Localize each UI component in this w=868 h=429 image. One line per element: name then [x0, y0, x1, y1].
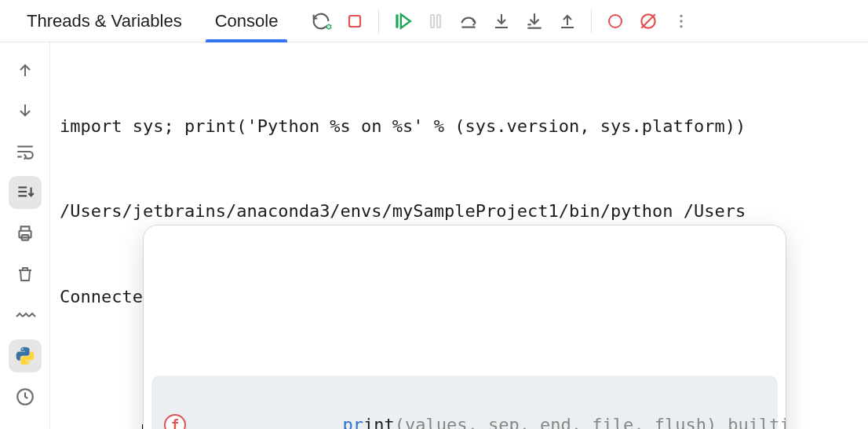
scroll-up-icon[interactable]: [9, 53, 42, 86]
soft-wrap-icon[interactable]: [9, 135, 42, 168]
mute-breakpoints-icon[interactable]: [634, 7, 662, 35]
new-watch-icon[interactable]: [9, 299, 42, 332]
console-output[interactable]: import sys; print('Python %s on %s' % (s…: [50, 42, 868, 429]
rerun-icon[interactable]: [308, 7, 336, 35]
autocomplete-list: f print(values, sep, end, file, flush) b…: [144, 283, 786, 429]
completion-source: builtins: [728, 411, 786, 429]
view-breakpoints-icon[interactable]: [601, 7, 629, 35]
completion-text: print(values, sep, end, file, flush): [197, 382, 717, 429]
console-side-rail: [0, 42, 50, 429]
svg-rect-4: [437, 15, 440, 28]
scroll-down-icon[interactable]: [9, 94, 42, 127]
svg-rect-3: [431, 15, 434, 28]
function-badge-icon: f: [164, 414, 186, 429]
scroll-to-end-icon[interactable]: [9, 176, 42, 209]
svg-rect-1: [349, 16, 360, 27]
svg-point-10: [609, 15, 622, 28]
step-into-icon[interactable]: [487, 7, 516, 35]
step-over-icon[interactable]: [454, 7, 483, 35]
tab-threads-variables[interactable]: Threads & Variables: [13, 0, 196, 42]
console-line: import sys; print('Python %s on %s' % (s…: [60, 112, 860, 141]
svg-point-14: [680, 20, 683, 22]
svg-rect-2: [396, 14, 399, 28]
tab-console[interactable]: Console: [201, 0, 293, 42]
clear-all-icon[interactable]: [9, 258, 42, 291]
prompt-typed-text: pr: [122, 421, 143, 429]
python-console-icon[interactable]: [9, 339, 42, 372]
step-into-my-code-icon[interactable]: [520, 7, 549, 35]
more-actions-icon[interactable]: [667, 7, 695, 35]
debug-topbar: Threads & Variables Console: [0, 0, 868, 42]
svg-point-13: [680, 14, 683, 16]
separator: [591, 9, 592, 33]
resume-icon[interactable]: [388, 7, 417, 35]
autocomplete-popup: f print(values, sep, end, file, flush) b…: [143, 225, 786, 429]
svg-point-0: [327, 24, 331, 28]
pause-icon: [421, 7, 450, 35]
debug-body: import sys; print('Python %s on %s' % (s…: [0, 42, 868, 429]
autocomplete-item[interactable]: f print(values, sep, end, file, flush) b…: [151, 376, 778, 429]
svg-point-15: [680, 25, 683, 28]
console-line: /Users/jetbrains/anaconda3/envs/mySample…: [60, 197, 860, 226]
print-icon[interactable]: [9, 217, 42, 250]
separator: [378, 9, 379, 33]
stop-icon[interactable]: [341, 7, 369, 35]
history-icon[interactable]: [9, 380, 42, 413]
step-out-icon[interactable]: [553, 7, 582, 35]
prompt-symbol: >>>: [60, 421, 122, 429]
